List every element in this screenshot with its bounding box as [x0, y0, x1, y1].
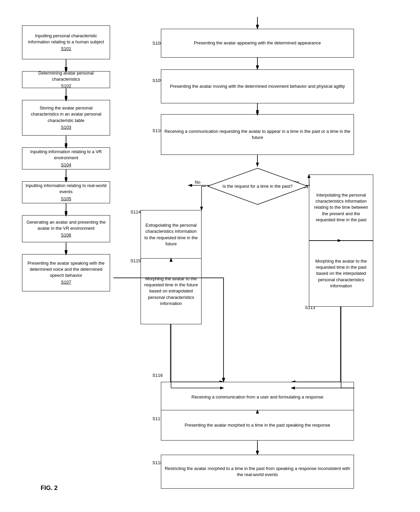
box-s102: Determining avatar personal characterist…	[22, 71, 110, 88]
box-s101: Inputting personal characteristic inform…	[22, 25, 110, 59]
diamond-s111: Is the request for a time in the past?	[206, 166, 309, 207]
box-s114: Extrapolating the personal characteristi…	[141, 210, 202, 259]
fig-caption: FIG. 2	[41, 485, 58, 492]
label-s115: S115	[130, 258, 141, 263]
box-s107: Presenting the avatar speaking with the …	[22, 254, 110, 291]
box-s118: Restricting the avatar morphed to a time…	[161, 455, 354, 489]
box-morph-past: Morphing the avatar to the requested tim…	[309, 241, 373, 307]
diagram-container: Inputting personal characteristic inform…	[0, 0, 420, 512]
box-s103: Storing the avatar personal characterist…	[22, 100, 110, 136]
box-s112: Interpolating the personal characteristi…	[309, 175, 373, 241]
box-s108: Presenting the avatar appearing with the…	[161, 29, 354, 58]
box-s110: Receiving a communication requesting the…	[161, 114, 354, 155]
box-s106: Generating an avatar and presenting the …	[22, 215, 110, 242]
box-s117: Presenting the avatar morphed to a time …	[161, 410, 354, 441]
box-morph-future: Morphing the avatar to the requested tim…	[141, 258, 202, 324]
label-no: No	[195, 180, 201, 185]
box-s116: Receiving a communication from a user an…	[161, 382, 354, 412]
box-s109: Presenting the avatar moving with the de…	[161, 69, 354, 103]
box-s105: Inputting information relating to real-w…	[22, 181, 110, 203]
box-s104: Inputting information relating to a VR e…	[22, 147, 110, 169]
label-s114: S114	[130, 209, 141, 214]
label-s116: S116	[152, 373, 163, 378]
